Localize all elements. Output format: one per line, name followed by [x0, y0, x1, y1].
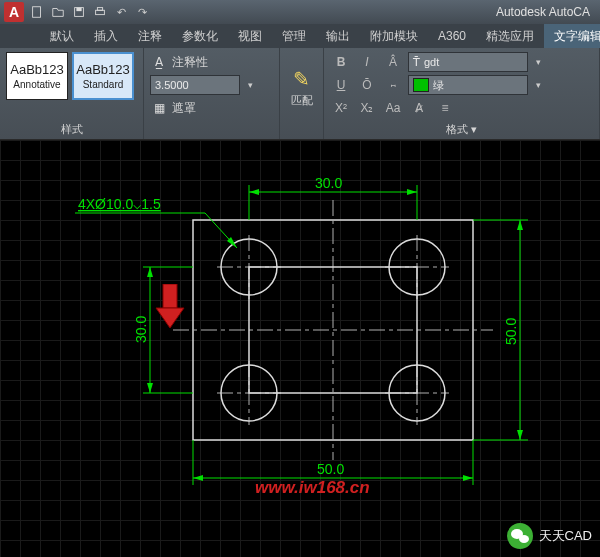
- print-icon[interactable]: [91, 3, 109, 21]
- svg-rect-44: [163, 284, 177, 308]
- chevron-down-icon[interactable]: ▾: [532, 76, 544, 94]
- overline-button[interactable]: Ō: [356, 76, 378, 94]
- ruler-button[interactable]: ≡: [434, 99, 456, 117]
- chevron-down-icon[interactable]: ▾: [244, 76, 256, 94]
- redo-icon[interactable]: ↷: [133, 3, 151, 21]
- tab-1[interactable]: 插入: [84, 24, 128, 48]
- panel-label-blank1: [150, 123, 273, 137]
- bold-button[interactable]: B: [330, 53, 352, 71]
- undo-icon[interactable]: ↶: [112, 3, 130, 21]
- wechat-icon: [507, 523, 533, 549]
- brush-icon: ✎: [293, 67, 310, 91]
- dim-left: 30.0: [133, 316, 149, 343]
- font-name: gdt: [424, 56, 439, 68]
- svg-marker-40: [463, 475, 473, 481]
- tab-7[interactable]: 附加模块: [360, 24, 428, 48]
- open-icon[interactable]: [49, 3, 67, 21]
- tab-3[interactable]: 参数化: [172, 24, 228, 48]
- app-logo[interactable]: A: [4, 2, 24, 22]
- panel-label-styles: 样式: [6, 120, 137, 137]
- svg-rect-2: [76, 8, 81, 12]
- italic-button[interactable]: I: [356, 53, 378, 71]
- ribbon: AaBb123AnnotativeAaBb123Standard 样式 A̲ 注…: [0, 48, 600, 140]
- drawing-canvas[interactable]: 30.0 30.0 50.0 50.0 4XØ10.0⌵1.5: [0, 140, 600, 557]
- tab-6[interactable]: 输出: [316, 24, 360, 48]
- tab-4[interactable]: 视图: [228, 24, 272, 48]
- strike-button[interactable]: ꟷ: [382, 76, 404, 94]
- color-swatch: [413, 78, 429, 92]
- underline-button[interactable]: U: [330, 76, 352, 94]
- mask-icon[interactable]: ▦: [150, 99, 168, 117]
- svg-marker-39: [193, 475, 203, 481]
- svg-rect-4: [97, 8, 102, 11]
- wechat-label: 天天CAD: [539, 527, 592, 545]
- text-height-input[interactable]: [150, 75, 240, 95]
- hole-note: 4XØ10.0⌵1.5: [78, 196, 161, 212]
- case-button[interactable]: Aa: [382, 99, 404, 117]
- color-dropdown[interactable]: 绿: [408, 75, 528, 95]
- svg-marker-35: [517, 430, 523, 440]
- annotative-icon[interactable]: A̲: [150, 53, 168, 71]
- panel-annotative: A̲ 注释性 ▾ ▦ 遮罩: [144, 48, 280, 139]
- svg-marker-25: [407, 189, 417, 195]
- panel-match: ✎ 匹配: [280, 48, 324, 139]
- mask-label: 遮罩: [172, 100, 196, 117]
- tab-10[interactable]: 文字编辑器: [544, 24, 600, 48]
- watermark-text: www.iw168.cn: [255, 478, 370, 498]
- tab-0[interactable]: 默认: [40, 24, 84, 48]
- color-name: 绿: [433, 78, 444, 93]
- svg-rect-3: [96, 10, 105, 14]
- font-dropdown[interactable]: T̄ gdt: [408, 52, 528, 72]
- svg-marker-34: [517, 220, 523, 230]
- tab-9[interactable]: 精选应用: [476, 24, 544, 48]
- panel-styles: AaBb123AnnotativeAaBb123Standard 样式: [0, 48, 144, 139]
- title-bar: A ↶ ↷ Autodesk AutoCA: [0, 0, 600, 24]
- ribbon-tabs: 默认插入注释参数化视图管理输出附加模块A360精选应用文字编辑器: [0, 24, 600, 48]
- wechat-badge: 天天CAD: [507, 523, 592, 549]
- match-button[interactable]: ✎ 匹配: [286, 52, 317, 123]
- tab-2[interactable]: 注释: [128, 24, 172, 48]
- clear-format-button[interactable]: A̷: [408, 99, 430, 117]
- app-title: Autodesk AutoCA: [496, 5, 596, 19]
- match-label: 匹配: [291, 93, 313, 108]
- tab-8[interactable]: A360: [428, 24, 476, 48]
- superscript-button[interactable]: X²: [330, 99, 352, 117]
- quick-access-toolbar: ↶ ↷: [28, 3, 151, 21]
- svg-marker-45: [156, 308, 184, 328]
- subscript-button[interactable]: X₂: [356, 99, 378, 117]
- red-arrow-annotation: [152, 284, 188, 330]
- style-swatch-annotative[interactable]: AaBb123Annotative: [6, 52, 68, 100]
- tab-5[interactable]: 管理: [272, 24, 316, 48]
- annotative-label: 注释性: [172, 54, 208, 71]
- new-icon[interactable]: [28, 3, 46, 21]
- font-icon: T̄: [413, 56, 420, 69]
- dim-bottom: 50.0: [317, 461, 344, 477]
- svg-marker-29: [147, 267, 153, 277]
- save-icon[interactable]: [70, 3, 88, 21]
- svg-marker-30: [147, 383, 153, 393]
- dim-right: 50.0: [503, 318, 519, 345]
- panel-label-format: 格式 ▾: [330, 120, 593, 137]
- svg-marker-24: [249, 189, 259, 195]
- font-size-button[interactable]: Â: [382, 53, 404, 71]
- style-swatch-standard[interactable]: AaBb123Standard: [72, 52, 134, 100]
- dim-top: 30.0: [315, 175, 342, 191]
- svg-rect-0: [33, 7, 41, 18]
- panel-format: B I Â T̄ gdt ▾ U Ō ꟷ 绿: [324, 48, 600, 139]
- chevron-down-icon[interactable]: ▾: [532, 53, 544, 71]
